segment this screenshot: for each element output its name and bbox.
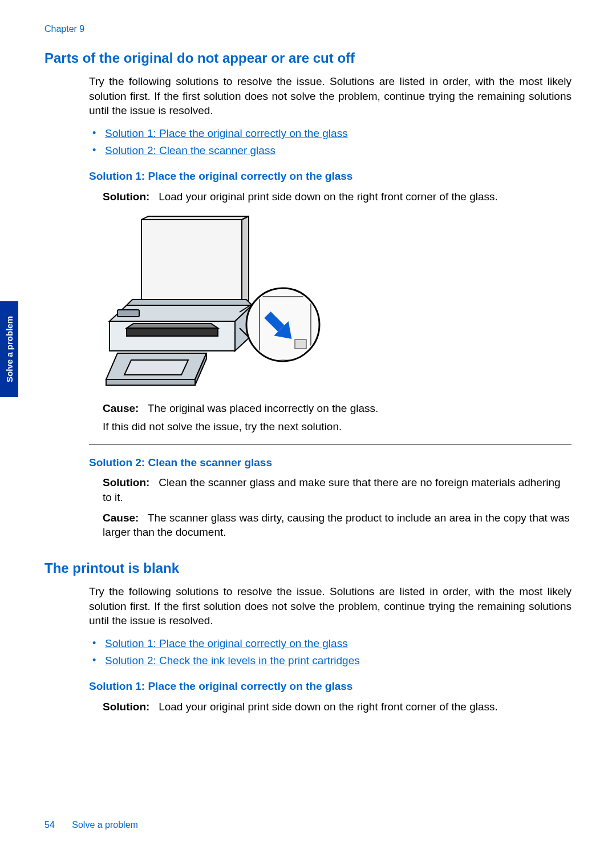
section1-body: Try the following solutions to resolve t… [89,74,572,540]
svg-marker-2 [242,216,249,305]
solution-label: Solution: [103,476,149,488]
printer-illustration-icon [92,214,321,391]
cause-label: Cause: [103,512,139,524]
section1-link-list: Solution 1: Place the original correctly… [89,126,572,157]
footer-section: Solve a problem [72,820,138,830]
section2-body: Try the following solutions to resolve t… [89,584,572,714]
section2-link-list: Solution 1: Place the original correctly… [89,636,572,668]
sol2-cause-text: The scanner glass was dirty, causing the… [103,512,570,539]
sol1-text: Load your original print side down on th… [159,191,498,203]
link-solution1[interactable]: Solution 1: Place the original correctly… [105,127,348,139]
sol1-body: Solution: Load your original print side … [103,189,572,434]
separator [89,444,572,445]
sol2-cause-line: Cause: The scanner glass was dirty, caus… [103,511,572,540]
svg-marker-11 [106,379,195,385]
list-item: Solution 2: Check the ink levels in the … [89,653,572,668]
list-item: Solution 2: Clean the scanner glass [89,143,572,158]
sol1-heading: Solution 1: Place the original correctly… [89,169,572,184]
list-item: Solution 1: Place the original correctly… [89,636,572,651]
page-number: 54 [44,820,55,830]
page-body: Chapter 9 Parts of the original do not a… [0,0,616,740]
link-solution2[interactable]: Solution 2: Clean the scanner glass [105,144,275,156]
svg-marker-13 [124,360,188,375]
chapter-label: Chapter 9 [44,24,572,34]
svg-marker-1 [141,216,249,220]
sol2-solution-line: Solution: Clean the scanner glass and ma… [103,475,572,504]
svg-rect-6 [117,310,139,317]
list-item: Solution 1: Place the original correctly… [89,126,572,141]
sol2-heading: Solution 2: Clean the scanner glass [89,455,572,470]
svg-marker-0 [141,220,242,305]
s2-sol1-heading: Solution 1: Place the original correctly… [89,679,572,694]
svg-marker-9 [127,300,252,305]
cause-label: Cause: [103,402,139,414]
page-footer: 54 Solve a problem [44,820,138,830]
section1-intro: Try the following solutions to resolve t… [89,74,572,118]
solution-label: Solution: [103,191,149,203]
s2-sol1-text: Load your original print side down on th… [159,701,498,713]
section2-intro: Try the following solutions to resolve t… [89,584,572,628]
svg-rect-7 [127,328,218,336]
sol1-cause-line: Cause: The original was placed incorrect… [103,401,572,416]
link-solution2b[interactable]: Solution 2: Check the ink levels in the … [105,654,360,666]
sol1-cause-text: The original was placed incorrectly on t… [148,402,378,414]
section-heading-cutoff: Parts of the original do not appear or a… [44,50,572,66]
link-solution1b[interactable]: Solution 1: Place the original correctly… [105,637,348,649]
s2-sol1-body: Solution: Load your original print side … [103,700,572,714]
svg-rect-20 [295,339,306,349]
printer-figure [92,214,572,391]
svg-marker-8 [127,324,218,328]
solution-label: Solution: [103,701,149,713]
sol2-text: Clean the scanner glass and make sure th… [103,476,561,503]
sol1-solution-line: Solution: Load your original print side … [103,189,572,204]
s2-sol1-solution-line: Solution: Load your original print side … [103,700,572,714]
sol1-next: If this did not solve the issue, try the… [103,419,572,434]
sol2-body: Solution: Clean the scanner glass and ma… [103,475,572,540]
section-heading-blank: The printout is blank [44,560,572,576]
